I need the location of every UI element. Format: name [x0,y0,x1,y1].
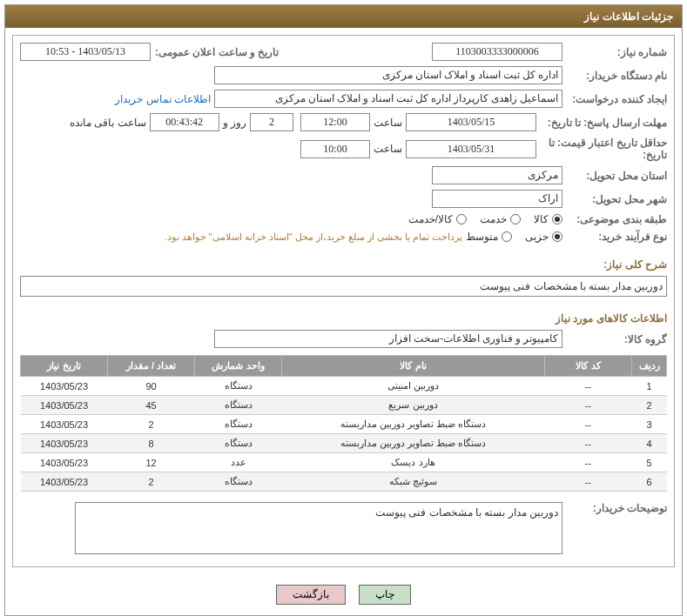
radio-jozi[interactable]: جزیی [525,231,562,243]
row-need-number: شماره نیاز: 1103003333000006 تاریخ و ساع… [20,43,667,61]
purchase-note: پرداخت تمام یا بخشی از مبلغ خرید،از محل … [164,231,462,243]
table-row: 5--هارد دیسکعدد121403/05/23 [21,453,667,472]
row-buyer-notes: توضیحات خریدار: دوربین مدار بسته با مشخص… [20,502,667,554]
radio-icon [456,214,467,224]
clock-field: 00:43:42 [150,113,219,131]
table-cell: دستگاه [195,434,282,453]
table-cell: 1403/05/23 [21,472,108,492]
table-row: 6--سوئیچ شبکهدستگاه21403/05/23 [21,472,667,492]
row-deadline: مهلت ارسال پاسخ: تا تاریخ: 1403/05/15 سا… [20,113,667,131]
table-row: 3--دستگاه ضبط تصاویر دوربین مداربستهدستگ… [21,415,667,434]
table-row: 4--دستگاه ضبط تصاویر دوربین مداربستهدستگ… [21,434,667,453]
table-cell: -- [545,415,632,434]
label-purchase-type: نوع فرآیند خرید: [562,231,667,243]
table-cell: 2 [108,472,195,492]
deadline-date-field: 1403/05/15 [406,113,536,131]
table-cell: 8 [108,434,195,453]
purchase-radio-group: جزیی متوسط [466,231,562,243]
table-body: 1--دوربین امنیتیدستگاه901403/05/232--دور… [21,377,667,492]
table-cell: 1403/05/23 [21,434,108,453]
buyer-org-field: اداره کل ثبت اسناد و املاک استان مرکزی [214,66,562,84]
table-cell: 1403/05/23 [21,377,108,396]
print-button[interactable]: چاپ [359,585,411,605]
validity-time-field: 10:00 [300,140,370,158]
table-cell: 5 [632,453,667,472]
table-cell: 1403/05/23 [21,396,108,415]
back-button[interactable]: بازگشت [276,585,346,605]
table-cell: 90 [108,377,195,396]
row-city: شهر محل تحویل: اراک [20,190,667,208]
table-cell: هارد دیسک [282,453,545,472]
label-goods-group: گروه کالا: [562,333,667,345]
radio-kala[interactable]: کالا [534,213,562,225]
goods-section-title: اطلاعات کالاهای مورد نیاز [20,312,667,325]
label-city: شهر محل تحویل: [562,193,667,205]
label-remain: ساعت باقی مانده [70,117,146,129]
table-cell: -- [545,472,632,492]
row-purchase-type: نوع فرآیند خرید: جزیی متوسط پرداخت تمام … [20,231,667,243]
main-container: جزئیات اطلاعات نیاز شماره نیاز: 11030033… [4,4,683,616]
label-overall: شرح کلی نیاز: [20,258,667,271]
goods-table: ردیف کد کالا نام کالا واحد شمارش تعداد /… [20,355,667,492]
province-field: مرکزی [432,166,562,184]
label-days-and: روز و [223,117,246,129]
radio-icon [552,231,562,242]
row-validity: حداقل تاریخ اعتبار قیمت: تا تاریخ: 1403/… [20,137,667,161]
radio-motavaset[interactable]: متوسط [466,231,512,243]
table-cell: سوئیچ شبکه [282,472,545,492]
radio-icon [502,231,512,242]
table-cell: دستگاه [195,396,282,415]
row-buyer-org: نام دستگاه خریدار: اداره کل ثبت اسناد و … [20,66,667,84]
table-cell: 6 [632,472,667,492]
contact-link[interactable]: اطلاعات تماس خریدار [115,93,211,105]
table-cell: 1403/05/23 [21,453,108,472]
label-buyer-org: نام دستگاه خریدار: [562,70,667,82]
validity-date-field: 1403/05/31 [406,140,536,158]
table-cell: 1403/05/23 [21,415,108,434]
buyer-notes-field: دوربین مدار بسته با مشخصات فنی پیوست [75,502,562,554]
table-cell: دستگاه [195,415,282,434]
col-row: ردیف [632,356,667,377]
table-row: 2--دوربین سریعدستگاه451403/05/23 [21,396,667,415]
row-overall-desc: دوربین مدار بسته با مشخصات فنی پیوست [20,276,667,297]
table-cell: -- [545,453,632,472]
city-field: اراک [432,190,562,208]
table-cell: عدد [195,453,282,472]
row-province: استان محل تحویل: مرکزی [20,166,667,184]
page-title: جزئیات اطلاعات نیاز [5,5,682,28]
need-number-field: 1103003333000006 [432,43,562,61]
table-row: 1--دوربین امنیتیدستگاه901403/05/23 [21,377,667,396]
table-cell: 3 [632,415,667,434]
col-qty: تعداد / مقدار [108,356,195,377]
table-cell: دوربین سریع [282,396,545,415]
table-cell: دوربین امنیتی [282,377,545,396]
label-need-no: شماره نیاز: [562,46,667,58]
radio-khedmat[interactable]: خدمت [480,213,521,225]
table-cell: 1 [632,377,667,396]
table-cell: 4 [632,434,667,453]
row-category: طبقه بندی موضوعی: کالا خدمت کالا/خدمت [20,213,667,225]
table-cell: 12 [108,453,195,472]
label-at-1: ساعت [374,117,402,129]
table-cell: دستگاه ضبط تصاویر دوربین مداربسته [282,434,545,453]
days-field: 2 [250,113,293,131]
footer-buttons: چاپ بازگشت [5,574,682,615]
label-category: طبقه بندی موضوعی: [562,213,667,225]
table-cell: دستگاه [195,472,282,492]
table-cell: دستگاه ضبط تصاویر دوربین مداربسته [282,415,545,434]
label-announce-time: تاریخ و ساعت اعلان عمومی: [151,46,279,58]
label-requester: ایجاد کننده درخواست: [562,93,667,105]
label-at-2: ساعت [374,143,402,155]
row-requester: ایجاد کننده درخواست: اسماعیل زاهدی کارپر… [20,90,667,108]
radio-kala-khedmat[interactable]: کالا/خدمت [408,213,467,225]
label-province: استان محل تحویل: [562,170,667,182]
col-name: نام کالا [282,356,545,377]
deadline-time-field: 12:00 [300,113,370,131]
goods-group-field: کامپیوتر و فناوری اطلاعات-سخت افزار [214,330,562,348]
label-buyer-notes: توضیحات خریدار: [562,502,667,514]
table-cell: 2 [108,415,195,434]
radio-icon [552,214,562,224]
table-header: ردیف کد کالا نام کالا واحد شمارش تعداد /… [21,356,667,377]
category-radio-group: کالا خدمت کالا/خدمت [408,213,562,225]
table-cell: -- [545,396,632,415]
